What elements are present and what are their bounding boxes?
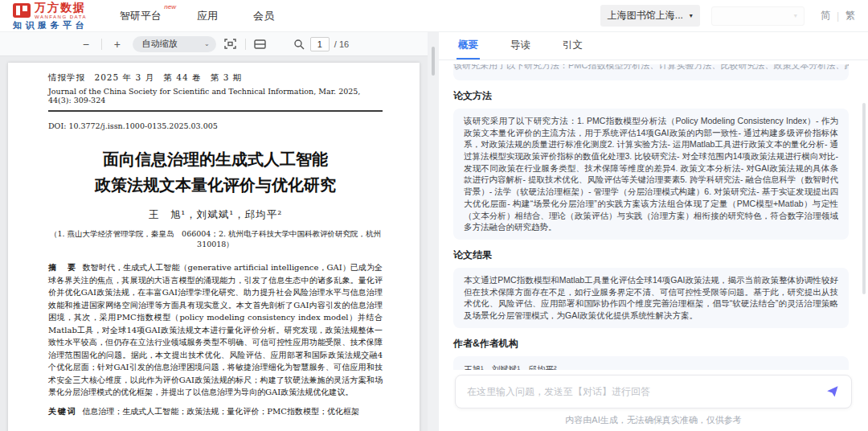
result-card: 本文通过PMC指数模型和Matlab工具量化评估全球14项GAI政策法规，揭示当… [453, 268, 849, 328]
caret-down-icon: ▾ [794, 12, 797, 19]
secondary-dropdown[interactable]: ▾ [711, 6, 805, 26]
paper-title-cn: 面向信息治理的生成式人工智能 政策法规文本量化评价与优化研究 [48, 146, 383, 198]
page-layout-icon[interactable] [254, 38, 267, 51]
new-badge: new [164, 3, 176, 10]
paper-keywords-cn: 关键词 信息治理；生成式人工智能；政策法规；量化评价；PMC指数模型；优化框架 [48, 406, 383, 417]
wanfang-logo[interactable]: 万方数据 WANFANG DATA 知识服务平台 [13, 2, 88, 30]
nav-item-label: 智研平台 [120, 10, 162, 22]
brand-name-cn: 万方数据 [35, 2, 87, 13]
tab-guide[interactable]: 导读 [509, 39, 532, 60]
zoom-in-button[interactable]: + [110, 38, 125, 51]
divider: | [837, 10, 839, 22]
section-heading-result: 论文结果 [453, 248, 849, 262]
ai-tabs: 概要 导读 引文 [439, 32, 868, 60]
section-heading-authors: 作者&作者机构 [453, 337, 849, 351]
wanfang-logo-icon [13, 3, 31, 18]
ai-question-input[interactable] [467, 386, 825, 397]
fit-width-icon[interactable] [224, 38, 237, 51]
paper-title-line1: 面向信息治理的生成式人工智能 [48, 146, 383, 172]
nav-item-member[interactable]: 会员 [253, 9, 274, 23]
top-header: 万方数据 WANFANG DATA 知识服务平台 智研平台 new 应用 会员 … [0, 0, 868, 32]
paper-affiliations-cn: （1. 燕山大学经济管理学院，秦皇岛 066004；2. 杭州电子科技大学中国科… [48, 229, 383, 250]
zoom-level-label: 自动缩放 [142, 38, 178, 50]
lang-simplified-button[interactable]: 简 [821, 9, 830, 23]
ai-assistant-panel: 概要 导读 引文 该研究采用了以下研究方法：PMC指数模型分析法、计算实验方法、… [439, 32, 868, 431]
section-heading-method: 论文方法 [453, 89, 849, 103]
doi-line: DOI: 10.3772/j.issn.1000-0135.2025.03.00… [48, 121, 383, 130]
zoom-level-select[interactable]: 自动缩放 ⌄ [133, 36, 216, 52]
nav-item-zhiyan[interactable]: 智研平台 new [120, 9, 162, 23]
divider [48, 110, 383, 112]
pdf-toolbar: − + 自动缩放 ⌄ [0, 32, 428, 56]
keywords-text-cn: 信息治理；生成式人工智能；政策法规；量化评价；PMC指数模型；优化框架 [82, 407, 359, 416]
nav-item-label: 应用 [197, 10, 218, 22]
organization-dropdown[interactable]: 上海图书馆上海... ▾ [600, 5, 700, 27]
paper-abstract-cn: 摘 要 数智时代，生成式人工智能（generative artificial i… [48, 261, 383, 399]
organization-dropdown-label: 上海图书馆上海... [608, 9, 683, 23]
pdf-page: 情报学报 2025 年 3 月 第 44 卷 第 3 期 Journal of … [8, 63, 420, 431]
nav-item-apps[interactable]: 应用 [197, 9, 218, 23]
authors-card: 王旭¹，刘斌斌¹，邱均平² 1. 燕山大学经济管理学院,秦皇岛 066004 2… [453, 356, 849, 370]
authors-line: 王旭¹，刘斌斌¹，邱均平² [464, 363, 838, 370]
zoom-out-button[interactable]: − [79, 38, 93, 51]
main-nav: 智研平台 new 应用 会员 [120, 9, 274, 23]
chevron-down-icon: ⌄ [204, 40, 210, 47]
method-card: 该研究采用了以下研究方法：1. PMC指数模型分析法（Policy Modeli… [453, 109, 849, 240]
panel-scrollbar[interactable] [862, 103, 866, 294]
language-toggle: 简 | 繁 [821, 9, 855, 23]
gutter-scrollbar[interactable] [432, 47, 435, 76]
ai-question-box [455, 375, 852, 408]
brand-name-en: WANFANG DATA [35, 14, 87, 19]
pdf-viewer-panel: − + 自动缩放 ⌄ [0, 32, 428, 431]
page-total-label: / 16 [334, 39, 349, 49]
paper-authors-cn: 王 旭¹，刘斌斌¹，邱均平² [48, 208, 383, 222]
keywords-label-cn: 关键词 [48, 407, 77, 416]
ai-input-row [439, 370, 868, 408]
clipped-card-text: 该研究采用了以下研究方法：PMC指数模型分析法、计算实验方法、比较研究法、政策文… [453, 64, 849, 72]
abstract-text-cn: 数智时代，生成式人工智能（generative artificial intel… [48, 263, 383, 396]
tab-summary[interactable]: 概要 [457, 39, 480, 60]
pdf-scroll-area[interactable]: 情报学报 2025 年 3 月 第 44 卷 第 3 期 Journal of … [0, 56, 428, 431]
brand-subtitle: 知识服务平台 [13, 21, 88, 30]
journal-name-en: Journal of the China Society for Scienti… [48, 87, 383, 105]
ai-content-area[interactable]: 该研究采用了以下研究方法：PMC指数模型分析法、计算实验方法、比较研究法、政策文… [439, 60, 868, 370]
journal-name-cn: 情报学报 2025 年 3 月 第 44 卷 第 3 期 [48, 72, 383, 84]
page-number-input[interactable] [310, 37, 330, 51]
tab-citations[interactable]: 引文 [561, 39, 584, 60]
panel-gutter [428, 32, 439, 431]
lang-traditional-button[interactable]: 繁 [845, 9, 855, 23]
divider [245, 39, 246, 50]
ai-disclaimer: 内容由AI生成，无法确保真实准确，仅供参考 [439, 408, 868, 431]
paper-title-line2: 政策法规文本量化评价与优化研究 [48, 172, 383, 198]
nav-item-label: 会员 [253, 10, 274, 22]
send-icon[interactable] [825, 384, 840, 399]
caret-down-icon: ▾ [690, 12, 693, 19]
divider [101, 39, 102, 50]
search-icon[interactable] [293, 38, 305, 51]
abstract-label-cn: 摘 要 [48, 263, 77, 272]
clipped-card: 该研究采用了以下研究方法：PMC指数模型分析法、计算实验方法、比较研究法、政策文… [453, 64, 849, 80]
